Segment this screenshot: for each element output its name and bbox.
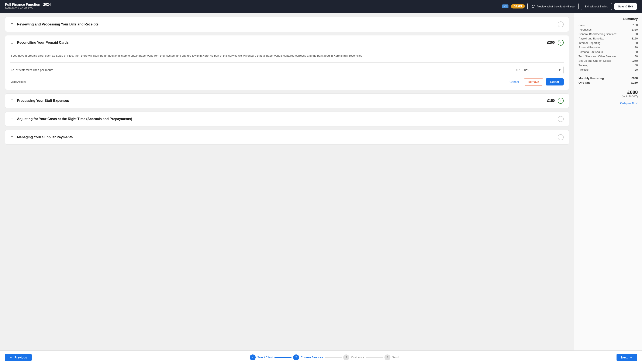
summary-row-value: £120 <box>631 37 638 40</box>
header: Full Finance Function - 2024 MGB-10003: … <box>0 0 642 13</box>
step-connector-1 <box>274 357 291 358</box>
sidebar: Summary Sales: £168 Purchases: £350 Gene… <box>574 13 642 350</box>
summary-row-label: External Reporting: <box>578 46 602 49</box>
save-exit-label: Save & Exit <box>618 5 633 8</box>
statement-lines-select[interactable]: 1 - 25 26 - 50 51 - 75 76 - 100 101 - 12… <box>513 66 564 74</box>
select-wrapper: 1 - 25 26 - 50 51 - 75 76 - 100 101 - 12… <box>513 66 564 74</box>
steps-container: ✓ Select Client 2 Choose Services 3 Cust… <box>32 354 616 360</box>
step-1-circle: ✓ <box>250 354 256 360</box>
card-accruals-header[interactable]: ⌃ Adjusting for Your Costs at the Right … <box>5 112 569 126</box>
summary-row-value: £0 <box>635 46 638 49</box>
card-bills-receipts: ⌃ Reviewing and Processing Your Bills an… <box>5 17 569 32</box>
card-prepaid-cards-header[interactable]: ⌄ Reconciling Your Prepaid Cards £200 ✓ <box>5 36 569 50</box>
summary-row: Tech Stack and Other Services: £0 <box>578 55 638 58</box>
card-supplier-payments: ⌃ Managing Your Supplier Payments <box>5 130 569 145</box>
cancel-button[interactable]: Cancel <box>507 78 521 85</box>
step-1-label: Select Client <box>257 356 273 359</box>
previous-button[interactable]: ← Previous <box>5 354 32 361</box>
card-accruals: ⌃ Adjusting for Your Costs at the Right … <box>5 112 569 126</box>
header-subtitle: MGB-10003: ACME LTD <box>5 7 500 10</box>
summary-divider-2 <box>578 87 638 87</box>
collapse-all-label: Collapse All <box>620 102 634 105</box>
prev-arrow-icon: ← <box>10 356 13 359</box>
chevron-down-icon: ⌃ <box>11 22 14 26</box>
header-title: Full Finance Function - 2024 <box>5 3 500 6</box>
step-3-label: Customise <box>351 356 364 359</box>
v1-badge: V1 <box>502 4 509 8</box>
one-off-value: £250 <box>631 81 638 84</box>
chevron-down-icon-3: ⌃ <box>11 117 14 121</box>
exit-button[interactable]: Exit without Saving <box>581 3 612 10</box>
summary-row: Projects: £0 <box>578 68 638 71</box>
grand-total-vat: (ex £178 VAT) <box>578 95 638 98</box>
summary-row-label: Set Up and One-off Costs: <box>578 59 611 62</box>
card-supplier-payments-status <box>558 134 564 140</box>
summary-row-label: Projects: <box>578 68 589 71</box>
select-button[interactable]: Select <box>546 78 564 86</box>
monthly-recurring-label: Monthly Recurring: <box>578 76 605 80</box>
step-1: ✓ Select Client <box>250 354 273 360</box>
card-divider <box>11 62 564 62</box>
card-prepaid-cards-body: If you have a prepaid card, such as Sold… <box>5 50 569 90</box>
header-actions: Preview what the client will see Exit wi… <box>527 3 637 10</box>
content-area: ⌃ Reviewing and Processing Your Bills an… <box>0 13 574 350</box>
summary-row: External Reporting: £0 <box>578 46 638 49</box>
summary-row-value: £0 <box>635 55 638 58</box>
step-4-circle: 4 <box>385 354 390 360</box>
card-supplier-payments-header[interactable]: ⌃ Managing Your Supplier Payments <box>5 130 569 144</box>
card-bills-receipts-header[interactable]: ⌃ Reviewing and Processing Your Bills an… <box>5 17 569 32</box>
summary-row-value: £0 <box>635 64 638 67</box>
summary-row: Sales: £168 <box>578 24 638 27</box>
step-2: 2 Choose Services <box>293 354 323 360</box>
summary-row-label: Tech Stack and Other Services: <box>578 55 617 58</box>
monthly-recurring-row: Monthly Recurring: £638 <box>578 76 638 80</box>
next-label: Next <box>621 356 627 359</box>
summary-row-label: Training: <box>578 64 589 67</box>
preview-button[interactable]: Preview what the client will see <box>527 3 578 10</box>
summary-row-label: Payroll and Benefits: <box>578 37 604 40</box>
draft-badge: DRAFT <box>511 4 525 8</box>
preview-label: Preview what the client will see <box>536 5 574 8</box>
collapse-all-link[interactable]: Collapse All ✕ <box>620 102 638 105</box>
step-3: 3 Customise <box>343 354 364 360</box>
external-link-icon <box>531 5 535 8</box>
summary-row-value: £350 <box>631 28 638 31</box>
next-button[interactable]: Next → <box>616 354 637 361</box>
step-connector-3 <box>366 357 383 358</box>
collapse-all-icon: ✕ <box>635 102 638 105</box>
summary-row-label: Sales: <box>578 24 586 27</box>
card-prepaid-cards-description: If you have a prepaid card, such as Sold… <box>11 50 564 62</box>
summary-row-value: £0 <box>635 50 638 54</box>
card-actions: More Actions Cancel Remove Select <box>11 78 564 86</box>
card-accruals-title: Adjusting for Your Costs at the Right Ti… <box>17 117 558 121</box>
step-2-label: Choose Services <box>301 356 323 359</box>
summary-row: General Bookkeeping Services: £0 <box>578 32 638 36</box>
save-exit-button[interactable]: Save & Exit <box>614 3 637 10</box>
card-supplier-payments-title: Managing Your Supplier Payments <box>17 135 558 139</box>
summary-row-value: £250 <box>631 59 638 62</box>
remove-button[interactable]: Remove <box>524 78 543 86</box>
step-4: 4 Send <box>385 354 399 360</box>
card-prepaid-cards: ⌄ Reconciling Your Prepaid Cards £200 ✓ … <box>5 35 569 90</box>
step-2-circle: 2 <box>293 354 299 360</box>
card-prepaid-cards-title: Reconciling Your Prepaid Cards <box>17 41 547 44</box>
summary-row-label: General Bookkeeping Services: <box>578 32 617 36</box>
header-title-group: Full Finance Function - 2024 MGB-10003: … <box>5 3 500 10</box>
summary-row-label: Internal Reporting: <box>578 41 601 44</box>
summary-row: Personal Tax Affairs: £0 <box>578 50 638 54</box>
card-staff-expenses-status: ✓ <box>558 98 564 104</box>
summary-divider <box>578 74 638 74</box>
more-actions-label[interactable]: More Actions <box>11 80 504 83</box>
previous-label: Previous <box>15 356 27 359</box>
card-prepaid-cards-status: ✓ <box>558 40 564 46</box>
grand-total-value: £888 <box>578 90 638 95</box>
chevron-down-icon-2: ⌃ <box>11 99 14 103</box>
svg-line-0 <box>533 5 534 6</box>
card-bills-receipts-status <box>558 22 564 27</box>
next-arrow-icon: → <box>629 356 632 359</box>
summary-row: Set Up and One-off Costs: £250 <box>578 59 638 62</box>
step-3-circle: 3 <box>343 354 349 360</box>
one-off-row: One Off: £250 <box>578 81 638 84</box>
step-connector-2 <box>325 357 342 358</box>
card-staff-expenses-header[interactable]: ⌃ Processing Your Staff Expenses £150 ✓ <box>5 94 569 108</box>
